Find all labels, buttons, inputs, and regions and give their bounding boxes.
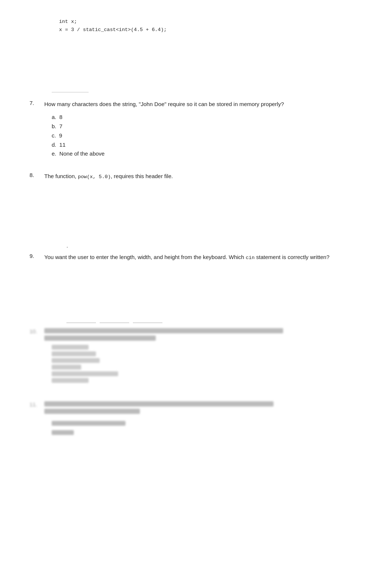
question-7-block: 7. How many characters does the string, … bbox=[30, 100, 362, 159]
spacer-top bbox=[30, 37, 362, 81]
question-11-block: 11. bbox=[30, 401, 362, 435]
blurred-line-10b bbox=[44, 336, 156, 341]
code-line-1: int x; bbox=[59, 19, 77, 24]
blurred-line-11a bbox=[44, 401, 274, 406]
answer-7d-value: 11 bbox=[59, 142, 66, 148]
spacer-between-blurred bbox=[30, 390, 362, 401]
blurred-code-line-11 bbox=[52, 421, 125, 426]
answer-7c-label: c. bbox=[52, 132, 56, 139]
spacer-q8 bbox=[30, 194, 362, 239]
question-9-text-before: You want the user to enter the length, w… bbox=[44, 254, 246, 260]
question-10-block: 10. bbox=[30, 328, 362, 383]
answer-7b: b. 7 bbox=[52, 122, 362, 131]
question-9-number: 9. bbox=[30, 253, 44, 259]
blurred-answer-10d bbox=[52, 365, 81, 370]
blurred-answer-10b bbox=[52, 351, 96, 356]
blurred-answer-10a bbox=[52, 345, 89, 350]
answer-7e-label: e. bbox=[52, 150, 56, 157]
blurred-answer-10e bbox=[52, 371, 118, 376]
answer-7b-label: b. bbox=[52, 123, 56, 129]
answer-7a: a. 8 bbox=[52, 113, 362, 122]
question-8-row: 8. The function, pow(x, 5.0), requires t… bbox=[30, 172, 362, 181]
blurred-answer-line-11 bbox=[52, 430, 74, 435]
answer-7d-label: d. bbox=[52, 142, 56, 148]
question-11-text bbox=[44, 401, 362, 416]
question-10-row: 10. bbox=[30, 328, 362, 343]
question-11-number: 11. bbox=[30, 401, 44, 408]
dot-symbol: . bbox=[66, 242, 68, 249]
question-9-inline-code: cin bbox=[246, 255, 255, 261]
partial-line-1 bbox=[66, 323, 96, 323]
blurred-answer-10c bbox=[52, 358, 100, 363]
partial-line-2 bbox=[100, 323, 129, 323]
question-8-text: The function, pow(x, 5.0), requires this… bbox=[44, 172, 362, 181]
question-11-row: 11. bbox=[30, 401, 362, 416]
answer-7c-value: 9 bbox=[59, 132, 62, 139]
answer-7c: c. 9 bbox=[52, 131, 362, 140]
dot-placeholder: . bbox=[30, 242, 362, 249]
spacer-q9 bbox=[30, 275, 362, 320]
question-7-text: How many characters does the string, "Jo… bbox=[44, 100, 362, 108]
blurred-answer-10f bbox=[52, 378, 89, 383]
question-10-number: 10. bbox=[30, 328, 44, 334]
question-9-text-after: statement is correctly written? bbox=[255, 254, 330, 260]
blurred-line-11b bbox=[44, 409, 140, 414]
code-block: int x; x = 3 / static_cast<int>(4.5 + 6.… bbox=[30, 15, 362, 37]
blurred-answers-10 bbox=[30, 345, 362, 383]
question-9-text: You want the user to enter the length, w… bbox=[44, 253, 362, 262]
question-9-block: 9. You want the user to enter the length… bbox=[30, 253, 362, 262]
question-8-text-before: The function, bbox=[44, 173, 78, 179]
question-9-row: 9. You want the user to enter the length… bbox=[30, 253, 362, 262]
answer-7a-label: a. bbox=[52, 114, 56, 120]
answer-7e: e. None of the above bbox=[52, 149, 362, 159]
answer-blank-lines-9 bbox=[30, 323, 362, 323]
blurred-code-11 bbox=[30, 421, 362, 426]
blurred-line-10a bbox=[44, 328, 283, 333]
answer-7d: d. 11 bbox=[52, 140, 362, 150]
question-7-answers: a. 8 b. 7 c. 9 d. 11 e. None of the abov… bbox=[30, 110, 362, 159]
code-line-2: x = 3 / static_cast<int>(4.5 + 6.4); bbox=[59, 27, 167, 33]
answer-7e-value: None of the above bbox=[59, 150, 105, 157]
question-7-row: 7. How many characters does the string, … bbox=[30, 100, 362, 108]
question-8-block: 8. The function, pow(x, 5.0), requires t… bbox=[30, 172, 362, 181]
question-7-number: 7. bbox=[30, 100, 44, 106]
answer-7a-value: 8 bbox=[59, 114, 62, 120]
question-8-inline-code: pow(x, 5.0) bbox=[78, 174, 111, 180]
partial-line-3 bbox=[133, 323, 162, 323]
question-8-text-after: , requires this header file. bbox=[111, 173, 173, 179]
question-8-number: 8. bbox=[30, 172, 44, 178]
blurred-answer-11 bbox=[30, 430, 362, 435]
answer-7b-value: 7 bbox=[59, 123, 62, 129]
divider-line-7 bbox=[52, 92, 89, 92]
question-10-text bbox=[44, 328, 362, 343]
